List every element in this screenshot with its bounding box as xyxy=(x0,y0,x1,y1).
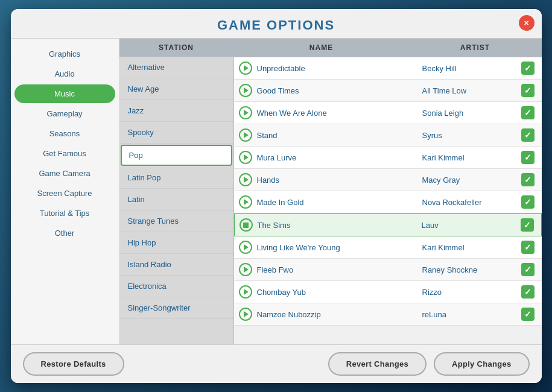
track-checkbox[interactable]: ✓ xyxy=(518,218,536,232)
sidebar-item-other[interactable]: Other xyxy=(14,224,115,242)
track-row[interactable]: Chombay YubRizzo✓ xyxy=(234,281,542,303)
station-item-electronica[interactable]: Electronica xyxy=(119,276,233,297)
station-item-jazz[interactable]: Jazz xyxy=(119,100,233,122)
tracks-header-name: Name xyxy=(234,39,409,57)
track-name: Namzoe Nubozzip xyxy=(257,310,422,319)
sidebar-item-seasons[interactable]: Seasons xyxy=(14,124,115,143)
track-row[interactable]: When We Are AloneSonia Leigh✓ xyxy=(234,102,542,124)
station-item-pop[interactable]: Pop xyxy=(121,145,232,166)
footer-right-buttons: Revert Changes Apply Changes xyxy=(328,352,530,376)
tracks-header: Name Artist xyxy=(234,39,542,57)
sidebar-item-music[interactable]: Music xyxy=(14,84,115,103)
play-icon[interactable] xyxy=(239,195,252,209)
track-name: Fleeb Fwo xyxy=(257,265,422,274)
track-artist: Raney Shockne xyxy=(422,265,519,274)
station-item-singer-songwriter[interactable]: Singer-Songwriter xyxy=(119,297,233,319)
track-row[interactable]: The SimsLauv✓ xyxy=(234,213,542,236)
track-row[interactable]: Made In GoldNova Rockafeller✓ xyxy=(234,191,542,213)
track-checkbox[interactable]: ✓ xyxy=(519,308,537,321)
tracks-list: UnpredictableBecky Hill✓Good TimesAll Ti… xyxy=(234,57,542,344)
apply-changes-button[interactable]: Apply Changes xyxy=(434,352,530,376)
play-icon[interactable] xyxy=(239,106,252,119)
sidebar-item-graphics[interactable]: Graphics xyxy=(14,45,115,63)
track-row[interactable]: Living Like We're YoungKari Kimmel✓ xyxy=(234,236,542,259)
track-name: Stand xyxy=(257,131,422,140)
track-artist: Rizzo xyxy=(422,288,519,297)
track-artist: All Time Low xyxy=(422,86,519,95)
track-row[interactable]: Namzoe NubozzipreLuna✓ xyxy=(234,303,542,326)
track-artist: Sonia Leigh xyxy=(422,109,519,118)
play-icon[interactable] xyxy=(239,241,252,254)
track-row[interactable]: HandsMacy Gray✓ xyxy=(234,169,542,191)
station-item-latin-pop[interactable]: Latin Pop xyxy=(119,167,233,189)
track-artist: Syrus xyxy=(422,131,519,140)
modal-title: Game Options xyxy=(217,17,335,33)
track-checkbox[interactable]: ✓ xyxy=(519,151,537,164)
track-artist: Becky Hill xyxy=(422,64,519,73)
play-icon[interactable] xyxy=(239,62,252,75)
play-icon[interactable] xyxy=(239,84,252,97)
track-row[interactable]: Good TimesAll Time Low✓ xyxy=(234,80,542,102)
track-name: Hands xyxy=(257,175,422,185)
station-item-island-radio[interactable]: Island Radio xyxy=(119,254,233,276)
track-checkbox[interactable]: ✓ xyxy=(519,62,537,75)
track-row[interactable]: UnpredictableBecky Hill✓ xyxy=(234,57,542,80)
content-area: Station AlternativeNew AgeJazzSpookyPopL… xyxy=(119,39,542,344)
station-item-new-age[interactable]: New Age xyxy=(119,78,233,100)
close-button[interactable]: × xyxy=(519,15,535,31)
track-name: Living Like We're Young xyxy=(257,243,422,252)
play-icon[interactable] xyxy=(239,128,252,142)
track-row[interactable]: StandSyrus✓ xyxy=(234,124,542,147)
sidebar-item-game-camera[interactable]: Game Camera xyxy=(14,164,115,183)
play-icon[interactable] xyxy=(239,263,252,276)
sidebar-item-screen-capture[interactable]: Screen Capture xyxy=(14,184,115,203)
play-icon[interactable] xyxy=(239,308,252,321)
track-artist: Lauv xyxy=(422,221,518,230)
sidebar-item-gameplay[interactable]: Gameplay xyxy=(14,104,115,123)
track-checkbox[interactable]: ✓ xyxy=(519,173,537,186)
track-artist: reLuna xyxy=(422,310,519,319)
sidebar-item-get-famous[interactable]: Get Famous xyxy=(14,144,115,163)
track-name: Made In Gold xyxy=(257,198,422,207)
sidebar-item-tutorial-tips[interactable]: Tutorial & Tips xyxy=(14,204,115,223)
track-checkbox[interactable]: ✓ xyxy=(519,285,537,299)
station-panel: Station AlternativeNew AgeJazzSpookyPopL… xyxy=(119,39,234,344)
track-name: Unpredictable xyxy=(257,64,422,73)
track-artist: Macy Gray xyxy=(422,175,519,185)
track-artist: Kari Kimmel xyxy=(422,153,519,162)
track-checkbox[interactable]: ✓ xyxy=(519,84,537,97)
playing-icon[interactable] xyxy=(240,218,253,232)
track-checkbox[interactable]: ✓ xyxy=(519,195,537,209)
station-item-hip-hop[interactable]: Hip Hop xyxy=(119,232,233,254)
sidebar-item-audio[interactable]: Audio xyxy=(14,65,115,83)
station-item-alternative[interactable]: Alternative xyxy=(119,57,233,78)
track-name: Chombay Yub xyxy=(257,288,422,297)
play-icon[interactable] xyxy=(239,173,252,186)
track-name: The Sims xyxy=(258,221,422,230)
sidebar: GraphicsAudioMusicGameplaySeasonsGet Fam… xyxy=(11,39,119,344)
restore-defaults-button[interactable]: Restore Defaults xyxy=(23,352,124,376)
station-item-spooky[interactable]: Spooky xyxy=(119,122,233,144)
tracks-panel: Name Artist UnpredictableBecky Hill✓Good… xyxy=(234,39,542,344)
track-name: Good Times xyxy=(257,86,422,95)
track-checkbox[interactable]: ✓ xyxy=(519,263,537,276)
track-name: Mura Lurve xyxy=(257,153,422,162)
station-item-latin[interactable]: Latin xyxy=(119,189,233,210)
track-row[interactable]: Fleeb FwoRaney Shockne✓ xyxy=(234,259,542,281)
play-icon[interactable] xyxy=(239,151,252,164)
station-item-strange-tunes[interactable]: Strange Tunes xyxy=(119,210,233,232)
play-icon[interactable] xyxy=(239,285,252,299)
track-artist: Nova Rockafeller xyxy=(422,198,519,207)
track-checkbox[interactable]: ✓ xyxy=(519,106,537,119)
track-checkbox[interactable]: ✓ xyxy=(519,241,537,254)
track-row[interactable]: Mura LurveKari Kimmel✓ xyxy=(234,147,542,169)
track-artist: Kari Kimmel xyxy=(422,243,519,252)
track-checkbox[interactable]: ✓ xyxy=(519,128,537,142)
modal-header: Game Options × xyxy=(11,9,542,38)
tracks-header-artist: Artist xyxy=(409,39,542,57)
modal-footer: Restore Defaults Revert Changes Apply Ch… xyxy=(11,344,542,383)
revert-changes-button[interactable]: Revert Changes xyxy=(328,352,427,376)
game-options-modal: Game Options × GraphicsAudioMusicGamepla… xyxy=(11,9,542,383)
station-panel-header: Station xyxy=(119,39,233,57)
track-name: When We Are Alone xyxy=(257,109,422,118)
